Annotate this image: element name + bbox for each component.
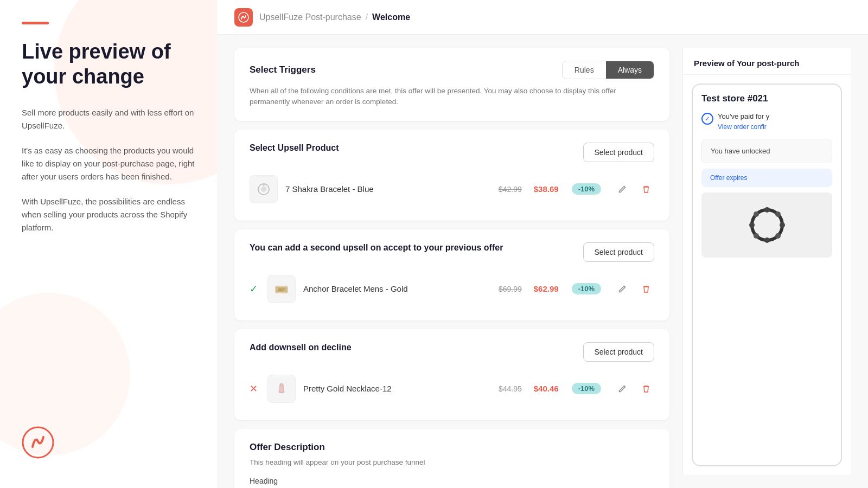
phone-store-name: Test store #021 — [701, 93, 832, 104]
logo-area — [22, 426, 54, 461]
second-upsell-check-icon: ✓ — [250, 283, 258, 295]
svg-point-13 — [754, 211, 759, 217]
svg-point-10 — [764, 237, 770, 243]
preview-panel: Preview of Your post-purch Test store #0… — [682, 48, 851, 475]
upsell-title: Select Upsell Product — [250, 143, 339, 153]
preview-header: Preview of Your post-purch — [683, 48, 851, 75]
offer-desc-title: Offer Description — [250, 442, 325, 452]
accent-line — [22, 22, 49, 24]
breadcrumb-parent: UpsellFuze Post-purchase — [259, 12, 361, 22]
svg-point-14 — [775, 211, 781, 217]
svg-point-4 — [263, 184, 265, 186]
downsell-x-icon: ✕ — [250, 383, 258, 395]
downsell-title: Add downsell on decline — [250, 343, 352, 352]
downsell-edit-icon[interactable] — [614, 381, 630, 397]
phone-mockup: Test store #021 ✓ You've paid for y View… — [692, 84, 842, 466]
content-scroll: Select Triggers Rules Always When all of… — [217, 35, 868, 488]
left-panel: Live preview of your change Sell more pr… — [0, 0, 217, 488]
heading-label: Heading — [250, 477, 654, 485]
upsell-delete-icon[interactable] — [638, 181, 654, 197]
second-upsell-original-price: $69.99 — [499, 285, 522, 293]
upsell-select-btn[interactable]: Select product — [583, 143, 655, 162]
svg-point-3 — [261, 187, 266, 192]
left-desc-2: It's as easy as choosing the products yo… — [22, 144, 195, 183]
phone-check-circle-icon: ✓ — [701, 113, 713, 125]
upsell-product-icon — [255, 181, 272, 198]
upsell-discount-badge: -10% — [572, 183, 601, 195]
downsell-section-header: Add downsell on decline Select product — [250, 342, 654, 362]
phone-expires-box: Offer expires — [701, 169, 832, 187]
phone-paid-text: You've paid for y — [718, 112, 769, 121]
svg-point-9 — [764, 207, 770, 213]
left-desc-3: With UpsellFuze, the possibilities are e… — [22, 195, 195, 234]
downsell-original-price: $44.95 — [499, 384, 522, 393]
second-upsell-product-icon — [273, 280, 290, 298]
svg-point-12 — [780, 222, 785, 228]
downsell-discount-badge: -10% — [572, 383, 601, 394]
nav-logo — [234, 8, 253, 27]
phone-expires-text: Offer expires — [710, 174, 824, 182]
downsell-select-btn[interactable]: Select product — [583, 342, 655, 362]
phone-bracelet-img — [701, 192, 832, 258]
downsell-product-name: Pretty Gold Necklace-12 — [303, 384, 491, 393]
preview-phone-frame: Test store #021 ✓ You've paid for y View… — [683, 75, 851, 475]
upsell-edit-icon[interactable] — [614, 181, 630, 197]
triggers-card: Select Triggers Rules Always When all of… — [234, 48, 669, 121]
phone-view-order-link[interactable]: View order confir — [718, 123, 767, 131]
always-button[interactable]: Always — [606, 61, 654, 79]
second-upsell-section-header: You can add a second upsell on accept to… — [250, 242, 654, 262]
second-upsell-product-row: ✓ Anchor Bracelet Mens - Gold $69.99 $62… — [250, 271, 654, 307]
downsell-delete-icon[interactable] — [638, 381, 654, 397]
toggle-group: Rules Always — [562, 61, 654, 79]
svg-point-16 — [775, 233, 781, 239]
triggers-desc: When all of the following conditions are… — [250, 86, 654, 108]
triggers-title: Select Triggers — [250, 65, 316, 75]
main-area: UpsellFuze Post-purchase / Welcome Selec… — [217, 0, 868, 488]
upsell-product-row: 7 Shakra Bracelet - Blue $42.99 $38.69 -… — [250, 171, 654, 208]
brand-logo-icon — [22, 426, 54, 459]
upsell-original-price: $42.99 — [499, 185, 522, 194]
upsell-discounted-price: $38.69 — [534, 184, 559, 194]
downsell-card: Add downsell on decline Select product ✕… — [234, 329, 669, 420]
offer-desc-text: This heading will appear on your post pu… — [250, 457, 654, 468]
nav-logo-icon — [238, 12, 249, 23]
second-upsell-select-btn[interactable]: Select product — [583, 242, 655, 262]
breadcrumb-sep: / — [366, 12, 368, 22]
bracelet-illustration — [745, 203, 789, 247]
second-upsell-edit-icon[interactable] — [614, 281, 630, 297]
downsell-product-row: ✕ Pretty Gold Necklace-12 $44.95 $40.46 … — [250, 370, 654, 407]
downsell-product-img — [267, 375, 296, 403]
phone-unlocked-text: You have unlocked — [711, 147, 823, 155]
second-upsell-discount-badge: -10% — [572, 283, 601, 294]
upsell-product-img — [250, 175, 278, 203]
breadcrumb: UpsellFuze Post-purchase / Welcome — [259, 12, 410, 22]
downsell-product-icon — [273, 380, 290, 397]
upsell-product-name: 7 Shakra Bracelet - Blue — [285, 184, 491, 194]
phone-unlocked-box: You have unlocked — [701, 139, 832, 163]
svg-rect-6 — [276, 287, 287, 292]
rules-button[interactable]: Rules — [563, 61, 606, 79]
second-upsell-title: You can add a second upsell on accept to… — [250, 243, 503, 253]
offer-desc-card: Offer Description This heading will appe… — [234, 429, 669, 489]
heading-input-group: Heading 34/70 — [250, 477, 654, 488]
svg-point-15 — [754, 233, 759, 239]
second-upsell-delete-icon[interactable] — [638, 281, 654, 297]
second-upsell-card: You can add a second upsell on accept to… — [234, 229, 669, 320]
phone-paid-info: You've paid for y View order confir — [718, 112, 769, 131]
left-desc-1: Sell more products easily and with less … — [22, 106, 195, 132]
upsell-section-header: Select Upsell Product Select product — [250, 143, 654, 162]
triggers-header: Select Triggers Rules Always — [250, 61, 654, 79]
upsell-product-card: Select Upsell Product Select product 7 S… — [234, 130, 669, 221]
breadcrumb-current: Welcome — [372, 12, 410, 22]
downsell-discounted-price: $40.46 — [534, 384, 559, 393]
second-upsell-product-img — [267, 275, 296, 303]
left-title: Live preview of your change — [22, 40, 195, 89]
second-upsell-product-name: Anchor Bracelet Mens - Gold — [303, 284, 491, 293]
top-nav: UpsellFuze Post-purchase / Welcome — [217, 0, 868, 35]
svg-point-11 — [749, 222, 755, 228]
second-upsell-discounted-price: $62.99 — [534, 284, 559, 293]
form-column: Select Triggers Rules Always When all of… — [234, 48, 669, 475]
phone-paid-row: ✓ You've paid for y View order confir — [701, 112, 832, 131]
